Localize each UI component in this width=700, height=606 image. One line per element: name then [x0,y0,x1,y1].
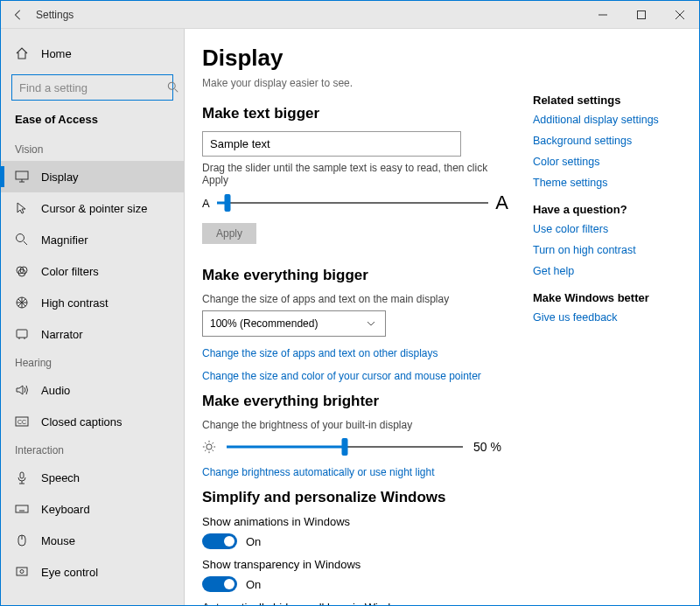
svg-rect-1 [638,10,646,18]
search-input[interactable] [19,81,166,94]
section-text-bigger: Make text bigger [202,105,508,122]
apply-button[interactable]: Apply [202,223,256,244]
svg-rect-6 [16,171,28,179]
sidebar-item-eye-control[interactable]: Eye control [1,556,184,588]
home-icon [15,46,29,60]
toggle-state: On [246,578,261,591]
page-title: Display [202,45,508,72]
related-link[interactable]: Additional display settings [533,114,682,126]
section-everything-bigger: Make everything bigger [202,267,508,284]
sidebar-group-label: Vision [1,136,184,161]
sidebar-item-magnifier[interactable]: Magnifier [1,224,184,255]
sun-icon [202,440,216,454]
better-heading: Make Windows better [533,291,682,304]
sidebar-group-label: Hearing [1,350,184,374]
svg-line-37 [205,442,206,443]
page-subtitle: Make your display easier to see. [202,77,508,89]
related-link[interactable]: Background settings [533,135,682,147]
large-a-icon: A [495,192,508,214]
sidebar-item-label: Mouse [41,534,75,547]
titlebar: Settings [1,1,699,29]
question-heading: Have a question? [533,203,682,216]
toggle-label: Show animations in Windows [202,515,508,528]
svg-line-39 [205,450,206,451]
toggle-switch[interactable] [202,533,237,549]
svg-text:CC: CC [18,419,26,425]
sidebar-item-audio[interactable]: Audio [1,374,184,406]
sidebar-item-label: Eye control [41,566,98,579]
sidebar-item-speech[interactable]: Speech [1,462,184,493]
svg-point-9 [17,234,24,242]
sidebar-item-label: Speech [41,471,80,484]
related-heading: Related settings [533,94,682,107]
minimize-button[interactable] [584,1,622,28]
sidebar-item-display[interactable]: Display [1,161,184,192]
toggle-label: Automatically hide scroll bars in Window… [202,601,508,605]
link-cursor-pointer[interactable]: Change the size and color of your cursor… [202,370,508,382]
sidebar-item-keyboard[interactable]: Keyboard [1,493,184,525]
audio-icon [15,383,29,397]
scale-value: 100% (Recommended) [210,317,318,330]
small-a-icon: A [202,197,210,210]
cursor-icon [15,201,29,215]
sidebar-item-closed-captions[interactable]: CCClosed captions [1,406,184,437]
sidebar-item-cursor-pointer-size[interactable]: Cursor & pointer size [1,192,184,224]
sidebar: Home Ease of Access VisionDisplayCursor … [1,29,185,605]
help-link[interactable]: Get help [533,265,682,277]
back-button[interactable] [1,1,36,28]
link-night-light[interactable]: Change brightness automatically or use n… [202,466,508,478]
mouse-icon [15,533,29,547]
toggle-state: On [246,535,261,548]
sidebar-item-label: Audio [41,384,70,397]
brightness-slider[interactable] [227,436,463,457]
narrator-icon [15,327,29,341]
svg-line-10 [24,241,27,245]
sidebar-group-label: Interaction [1,437,184,462]
home-button[interactable]: Home [1,39,184,67]
svg-rect-19 [17,330,27,338]
keyboard-icon [15,502,29,516]
help-link[interactable]: Turn on high contrast [533,244,682,256]
sidebar-item-label: High contrast [41,296,108,310]
sidebar-item-label: Magnifier [41,233,88,247]
speech-icon [15,470,29,484]
cc-icon: CC [15,414,29,428]
sidebar-item-label: Cursor & pointer size [41,202,147,215]
svg-rect-30 [17,568,27,575]
display-icon [15,170,29,184]
sidebar-item-label: Closed captions [41,415,122,428]
svg-line-38 [213,450,214,451]
sidebar-item-narrator[interactable]: Narrator [1,318,184,350]
sidebar-item-high-contrast[interactable]: High contrast [1,287,184,318]
section-simplify: Simplify and personalize Windows [202,489,508,506]
link-other-displays[interactable]: Change the size of apps and text on othe… [202,347,508,359]
svg-point-32 [206,444,212,449]
toggle-switch[interactable] [202,576,237,592]
svg-point-31 [20,570,24,574]
help-link[interactable]: Use color filters [533,223,682,235]
close-button[interactable] [661,1,699,28]
home-label: Home [41,47,72,60]
sidebar-item-mouse[interactable]: Mouse [1,525,184,556]
brightness-value: 50 % [473,440,508,454]
search-box[interactable] [11,74,173,101]
svg-rect-22 [20,472,24,478]
window-title: Settings [36,9,584,21]
colorfilter-icon [15,264,29,278]
sidebar-item-color-filters[interactable]: Color filters [1,255,184,287]
maximize-button[interactable] [622,1,661,28]
magnifier-icon [15,233,29,247]
sidebar-item-label: Color filters [41,265,99,278]
sample-text-box: Sample text [202,131,461,157]
related-link[interactable]: Color settings [533,156,682,168]
search-icon [166,80,180,94]
svg-line-40 [213,442,214,443]
scale-dropdown[interactable]: 100% (Recommended) [202,310,386,337]
text-size-slider[interactable] [217,192,489,213]
related-link[interactable]: Theme settings [533,177,682,189]
feedback-link[interactable]: Give us feedback [533,311,682,324]
sidebar-item-label: Keyboard [41,503,90,516]
toggle-label: Show transparency in Windows [202,558,508,571]
sidebar-item-label: Display [41,171,79,184]
brightness-hint: Change the brightness of your built-in d… [202,419,508,431]
